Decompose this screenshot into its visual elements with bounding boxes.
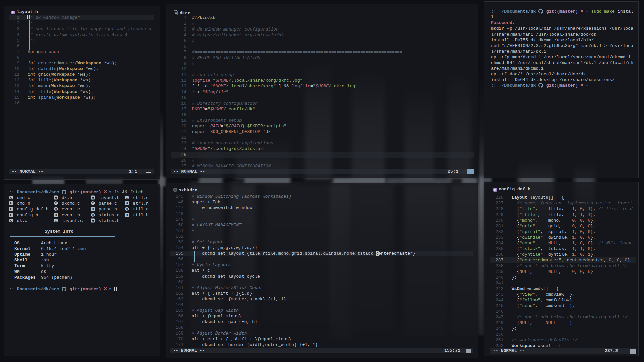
svg-text:C: C (55, 207, 57, 211)
svg-text:C: C (126, 207, 128, 211)
svg-text:H: H (92, 207, 94, 211)
svg-text:H: H (126, 201, 128, 205)
svg-text:C: C (92, 213, 94, 217)
svg-text:H: H (10, 207, 12, 211)
svg-text:H: H (126, 213, 128, 217)
svg-text:H: H (55, 213, 57, 217)
svg-text:H: H (92, 219, 94, 222)
svg-text:C: C (10, 196, 12, 199)
svg-text:H: H (92, 196, 94, 199)
svg-text:H: H (10, 201, 12, 205)
svg-text:C: C (126, 196, 128, 199)
svg-text:C: C (92, 202, 94, 205)
svg-text:C: C (10, 219, 12, 222)
svg-text:H: H (55, 196, 57, 199)
svg-text:H: H (10, 213, 12, 217)
svg-text:C: C (55, 219, 57, 222)
svg-text:C: C (55, 202, 57, 205)
